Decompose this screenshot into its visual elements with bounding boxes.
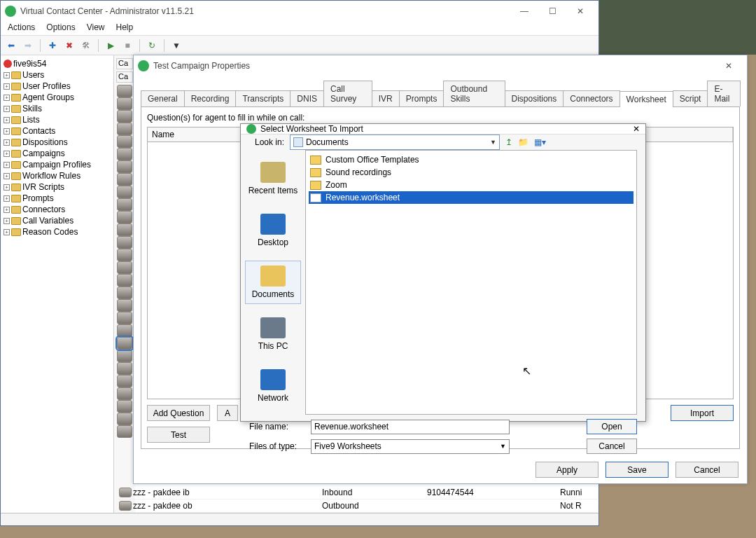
- dialog-close-icon[interactable]: ✕: [715, 56, 743, 76]
- new-folder-icon[interactable]: 📁: [518, 137, 528, 147]
- file-cancel-button[interactable]: Cancel: [587, 439, 637, 454]
- campaign-thumb[interactable]: [117, 160, 132, 173]
- campaign-thumb[interactable]: [117, 211, 132, 223]
- campaign-thumb[interactable]: [117, 337, 132, 350]
- cancel-button[interactable]: Cancel: [676, 462, 738, 478]
- menu-options[interactable]: Options: [42, 22, 79, 35]
- campaign-thumb[interactable]: [117, 299, 132, 312]
- tab-call-survey[interactable]: Call Survey: [323, 81, 372, 106]
- campaign-thumb[interactable]: [117, 324, 132, 337]
- nav-forward-icon[interactable]: ➡: [22, 39, 34, 52]
- place-documents[interactable]: Documents: [245, 261, 301, 304]
- view-menu-icon[interactable]: ▦▾: [534, 137, 546, 147]
- table-row[interactable]: zzz - pakdee ib Inbound 9104474544 Runni: [118, 486, 598, 499]
- tab-outbound-skills[interactable]: Outbound Skills: [443, 81, 505, 106]
- tree-node[interactable]: +Prompts: [2, 193, 112, 204]
- tree-root[interactable]: five9is54: [2, 58, 112, 69]
- campaign-thumb[interactable]: [117, 123, 132, 135]
- campaign-thumb[interactable]: [117, 350, 132, 362]
- tree-node[interactable]: +User Profiles: [2, 81, 112, 92]
- minimize-button[interactable]: —: [510, 1, 538, 21]
- tree-node[interactable]: +Contacts: [2, 125, 112, 137]
- filename-input[interactable]: [311, 420, 510, 434]
- truncated-button[interactable]: A: [217, 405, 238, 421]
- tree-node[interactable]: +Campaign Profiles: [2, 159, 112, 170]
- campaign-thumb[interactable]: [117, 173, 132, 186]
- up-folder-icon[interactable]: ↥: [505, 137, 512, 147]
- tree-node[interactable]: +Campaigns: [2, 148, 112, 159]
- menu-help[interactable]: Help: [112, 22, 138, 35]
- campaign-thumb[interactable]: [117, 148, 132, 160]
- file-item[interactable]: Zoom: [309, 179, 634, 191]
- nav-tree[interactable]: five9is54 +Users+User Profiles+Agent Gro…: [1, 55, 114, 513]
- delete-icon[interactable]: ✖: [63, 39, 76, 52]
- campaign-thumb[interactable]: [117, 287, 132, 299]
- tab-script[interactable]: Script: [673, 90, 708, 106]
- tree-node[interactable]: +Dispositions: [2, 137, 112, 148]
- tab-general[interactable]: General: [141, 90, 185, 106]
- tab-transcripts[interactable]: Transcripts: [235, 90, 290, 106]
- campaign-thumb[interactable]: [117, 261, 132, 274]
- place-this-pc[interactable]: This PC: [245, 312, 301, 356]
- tab-e-mail[interactable]: E-Mail: [707, 81, 741, 106]
- table-row[interactable]: zzz - pakdee ob Outbound Not R: [118, 499, 598, 513]
- chevron-down-icon[interactable]: ▼: [490, 139, 496, 146]
- tab-recording[interactable]: Recording: [184, 90, 237, 106]
- campaign-thumb[interactable]: [117, 249, 132, 261]
- campaign-thumb[interactable]: [117, 312, 132, 324]
- play-icon[interactable]: ▶: [104, 39, 117, 52]
- campaign-thumb[interactable]: [117, 274, 132, 287]
- close-button[interactable]: ✕: [566, 1, 594, 21]
- chevron-down-icon[interactable]: ▼: [500, 443, 506, 450]
- tab-worksheet[interactable]: Worksheet: [620, 91, 673, 107]
- campaign-thumb[interactable]: [117, 387, 132, 400]
- campaign-thumb[interactable]: [117, 362, 132, 375]
- lookin-combo[interactable]: Documents ▼: [290, 134, 500, 150]
- campaign-thumb[interactable]: [117, 198, 132, 211]
- campaign-thumb[interactable]: [117, 97, 132, 110]
- tree-node[interactable]: +Skills: [2, 103, 112, 114]
- campaign-thumb[interactable]: [117, 110, 132, 123]
- tab-dispositions[interactable]: Dispositions: [505, 90, 564, 106]
- campaign-thumb[interactable]: [117, 223, 132, 236]
- tree-node[interactable]: +Users: [2, 69, 112, 81]
- campaign-thumb[interactable]: [117, 236, 132, 249]
- wrench-icon[interactable]: 🛠: [80, 39, 92, 52]
- tab-prompts[interactable]: Prompts: [399, 90, 444, 106]
- tree-node[interactable]: +Reason Codes: [2, 226, 112, 237]
- file-item[interactable]: Revenue.worksheet: [309, 191, 634, 204]
- tree-node[interactable]: +Connectors: [2, 204, 112, 215]
- tab-ivr[interactable]: IVR: [372, 90, 400, 106]
- add-question-button[interactable]: Add Question: [147, 405, 210, 421]
- stop-icon[interactable]: ■: [121, 39, 134, 52]
- campaign-thumb[interactable]: [117, 135, 132, 148]
- add-icon[interactable]: ✚: [46, 39, 59, 52]
- import-button[interactable]: Import: [671, 405, 734, 421]
- tree-node[interactable]: +Call Variables: [2, 215, 112, 226]
- campaign-thumb[interactable]: [117, 375, 132, 387]
- place-recent-items[interactable]: Recent Items: [245, 157, 301, 200]
- test-button[interactable]: Test: [147, 427, 210, 443]
- campaign-thumb[interactable]: [117, 85, 132, 97]
- filter-icon[interactable]: ▼: [170, 39, 183, 52]
- campaign-thumb[interactable]: [117, 186, 132, 198]
- place-network[interactable]: Network: [245, 364, 301, 408]
- menu-view[interactable]: View: [83, 22, 109, 35]
- menu-actions[interactable]: Actions: [4, 22, 39, 35]
- refresh-icon[interactable]: ↻: [146, 39, 158, 52]
- tab-dnis[interactable]: DNIS: [290, 90, 324, 106]
- tree-node[interactable]: +Lists: [2, 114, 112, 125]
- file-item[interactable]: Custom Office Templates: [309, 153, 634, 166]
- tree-node[interactable]: +Workflow Rules: [2, 170, 112, 181]
- nav-back-icon[interactable]: ⬅: [5, 39, 18, 52]
- file-list[interactable]: Custom Office TemplatesSound recordingsZ…: [305, 150, 637, 415]
- file-item[interactable]: Sound recordings: [309, 166, 634, 179]
- campaign-thumb[interactable]: [117, 400, 132, 413]
- tree-node[interactable]: +IVR Scripts: [2, 181, 112, 193]
- tab-connectors[interactable]: Connectors: [563, 90, 620, 106]
- filetype-combo[interactable]: Five9 Worksheets ▼: [311, 439, 510, 454]
- maximize-button[interactable]: ☐: [538, 1, 566, 21]
- file-dialog-close-icon[interactable]: ✕: [633, 124, 640, 134]
- place-desktop[interactable]: Desktop: [245, 209, 301, 252]
- tree-node[interactable]: +Agent Groups: [2, 92, 112, 103]
